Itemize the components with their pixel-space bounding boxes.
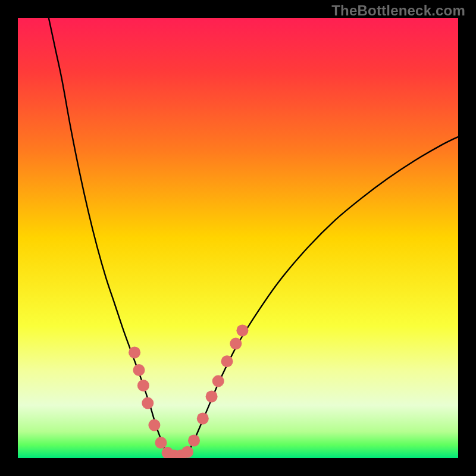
- highlight-dot: [236, 324, 248, 336]
- highlight-dot: [206, 390, 218, 402]
- watermark-text: TheBottleneck.com: [331, 2, 465, 19]
- highlight-dot: [212, 375, 224, 387]
- highlight-dot: [155, 437, 167, 449]
- highlight-dot: [129, 346, 140, 358]
- highlight-dot: [188, 434, 200, 446]
- highlight-dot: [197, 412, 209, 424]
- highlight-dot: [148, 419, 160, 431]
- highlight-dot: [137, 380, 149, 392]
- highlight-dot: [133, 364, 145, 376]
- chart-frame: [18, 18, 458, 458]
- bottleneck-chart: [18, 18, 458, 458]
- highlight-dot: [142, 397, 154, 409]
- highlight-dot: [230, 338, 242, 350]
- highlight-dot: [221, 355, 233, 367]
- highlight-dot: [181, 446, 193, 458]
- gradient-background: [18, 18, 458, 458]
